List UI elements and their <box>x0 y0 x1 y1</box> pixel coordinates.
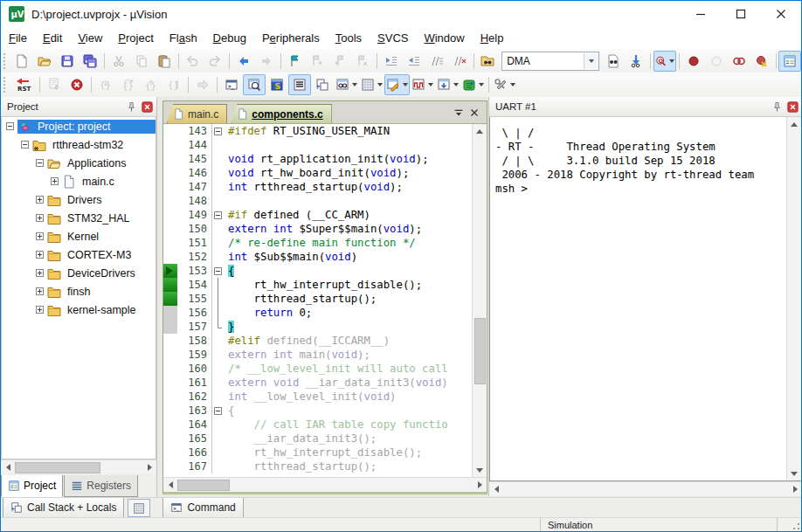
fold-collapse-icon[interactable] <box>211 124 224 138</box>
tab-project[interactable]: Project <box>1 475 63 497</box>
code-text[interactable]: rtthread_startup(); <box>224 459 472 473</box>
code-line[interactable]: 153{ <box>163 264 472 278</box>
tab-list-icon[interactable] <box>452 106 465 119</box>
call-stack-locals-window-toggle-button[interactable] <box>384 74 410 95</box>
code-text[interactable]: __iar_data_init3(); <box>224 432 472 446</box>
pin-icon[interactable] <box>771 100 784 114</box>
tree-item-project-project[interactable]: Project: project <box>2 117 156 135</box>
memory-window-button[interactable] <box>128 499 150 517</box>
close-button[interactable] <box>761 1 801 27</box>
code-line[interactable]: 149#if defined (__CC_ARM) <box>163 208 472 222</box>
code-text[interactable]: /* __low_level_init will auto call <box>224 362 472 376</box>
code-text[interactable]: extern void __iar_data_init3(void) <box>224 376 472 390</box>
code-line[interactable]: 166 rt_hw_interrupt_disable(); <box>163 446 472 459</box>
next-bookmark-button[interactable] <box>306 51 328 72</box>
undo-button[interactable] <box>181 51 204 72</box>
incremental-find-button[interactable] <box>625 51 647 72</box>
tab-command[interactable]: >_ Command <box>162 498 243 518</box>
step-out-button[interactable]: {} <box>140 74 162 95</box>
editor-vscrollbar[interactable] <box>472 124 487 477</box>
code-line[interactable]: 158#elif defined(__ICCARM__) <box>163 334 472 348</box>
memory-window-toggle-button[interactable] <box>359 74 384 95</box>
tab-registers[interactable]: Registers <box>64 475 138 497</box>
tree-item-rtthread-stm32[interactable]: rtthread-stm32 <box>2 135 156 154</box>
search-combo-value[interactable]: DMA <box>502 55 584 67</box>
code-text[interactable]: #elif defined(__ICCARM__) <box>224 334 472 348</box>
search-combo[interactable]: DMA <box>501 52 599 71</box>
close-icon[interactable] <box>141 100 154 114</box>
code-line[interactable]: 146void rt_hw_board_init(void); <box>163 166 472 180</box>
run-button[interactable] <box>43 74 66 95</box>
step-button[interactable]: {} <box>94 74 117 95</box>
code-text[interactable]: extern int $Super$$main(void); <box>224 222 472 236</box>
system-viewer-toggle-button[interactable] <box>435 74 460 95</box>
code-text[interactable]: rtthread_startup(); <box>224 292 472 306</box>
code-text[interactable]: int rtthread_startup(void); <box>224 180 472 194</box>
indent-button[interactable] <box>380 51 403 72</box>
expand-icon[interactable] <box>51 177 59 185</box>
code-line[interactable]: 160/* __low_level_init will auto call <box>163 362 472 376</box>
find-button[interactable] <box>602 51 625 72</box>
fold-collapse-icon[interactable] <box>211 208 224 222</box>
tree-item-drivers[interactable]: Drivers <box>2 190 156 209</box>
code-text[interactable]: extern int main(void); <box>224 348 472 362</box>
tab-call-stack-locals[interactable]: Call Stack + Locals <box>3 498 124 518</box>
toggle-bookmark-button[interactable] <box>283 51 306 72</box>
code-text[interactable]: rt_hw_interrupt_disable(); <box>224 446 472 459</box>
cut-button[interactable] <box>107 51 130 72</box>
menu-tools[interactable]: Tools <box>328 27 370 49</box>
disassembly-window-toggle-button[interactable] <box>243 74 266 95</box>
resize-grip[interactable] <box>789 519 801 531</box>
show-next-statement-button[interactable] <box>191 74 214 95</box>
code-line[interactable]: 152int $Sub$$main(void) <box>163 250 472 264</box>
code-text[interactable] <box>224 138 472 152</box>
paste-button[interactable] <box>153 51 176 72</box>
code-text[interactable]: } <box>224 320 472 334</box>
code-text[interactable]: { <box>224 264 472 278</box>
code-line[interactable]: 165 __iar_data_init3(); <box>163 432 472 446</box>
uncomment-selection-button[interactable] <box>448 51 471 72</box>
search-combo-dropdown[interactable] <box>584 53 598 69</box>
uart-vscrollbar[interactable] <box>786 117 801 480</box>
code-line[interactable]: 157} <box>163 320 472 334</box>
quick-search-button[interactable]: Q <box>653 51 676 72</box>
code-text[interactable]: #if defined (__CC_ARM) <box>224 208 472 222</box>
code-text[interactable]: void rt_application_init(void); <box>224 152 472 166</box>
stop-button[interactable] <box>66 74 88 95</box>
menu-project[interactable]: Project <box>110 27 161 49</box>
toolbar-grip[interactable] <box>3 53 7 69</box>
menu-peripherals[interactable]: Peripherals <box>254 27 328 49</box>
code-line[interactable]: 151/* re-define main function */ <box>163 236 472 250</box>
redo-button[interactable] <box>204 51 226 72</box>
menu-edit[interactable]: Edit <box>35 27 70 49</box>
code-text[interactable]: /* re-define main function */ <box>224 236 472 250</box>
watch-window-toggle-button[interactable] <box>334 74 359 95</box>
serial-window-toggle-button[interactable] <box>288 74 311 95</box>
expand-icon[interactable] <box>36 269 44 277</box>
code-text[interactable]: { <box>224 404 472 418</box>
menu-debug[interactable]: Debug <box>205 27 254 49</box>
uart-terminal-output[interactable]: \ | / - RT - Thread Operating System / |… <box>490 117 786 480</box>
close-icon[interactable] <box>786 100 799 114</box>
fold-collapse-icon[interactable] <box>211 264 224 278</box>
save-button[interactable] <box>56 51 79 72</box>
tree-item-stm32-hal[interactable]: STM32_HAL <box>2 209 156 227</box>
fold-collapse-icon[interactable] <box>211 404 224 418</box>
navigate-back-button[interactable] <box>232 51 255 72</box>
code-line[interactable]: 167 rtthread_startup(); <box>163 459 472 473</box>
code-line[interactable]: 161extern void __iar_data_init3(void) <box>163 376 472 390</box>
tree-item-devicedrivers[interactable]: DeviceDrivers <box>2 264 156 282</box>
run-to-cursor-button[interactable]: {} <box>162 74 185 95</box>
enable-disable-breakpoint-button[interactable] <box>705 51 728 72</box>
expand-icon[interactable] <box>36 196 44 204</box>
code-line[interactable]: 154 rt_hw_interrupt_disable(); <box>163 278 472 292</box>
code-text[interactable]: rt_hw_interrupt_disable(); <box>224 278 472 292</box>
expand-icon[interactable] <box>36 214 44 222</box>
tree-item-main-c[interactable]: main.c <box>2 172 156 190</box>
menu-window[interactable]: Window <box>416 27 472 49</box>
disable-all-breakpoints-button[interactable] <box>728 51 750 72</box>
editor-hscrollbar[interactable] <box>163 477 487 492</box>
tree-item-finsh[interactable]: finsh <box>2 282 156 301</box>
code-line[interactable]: 150extern int $Super$$main(void); <box>163 222 472 236</box>
uart-hscrollbar[interactable] <box>489 481 802 496</box>
